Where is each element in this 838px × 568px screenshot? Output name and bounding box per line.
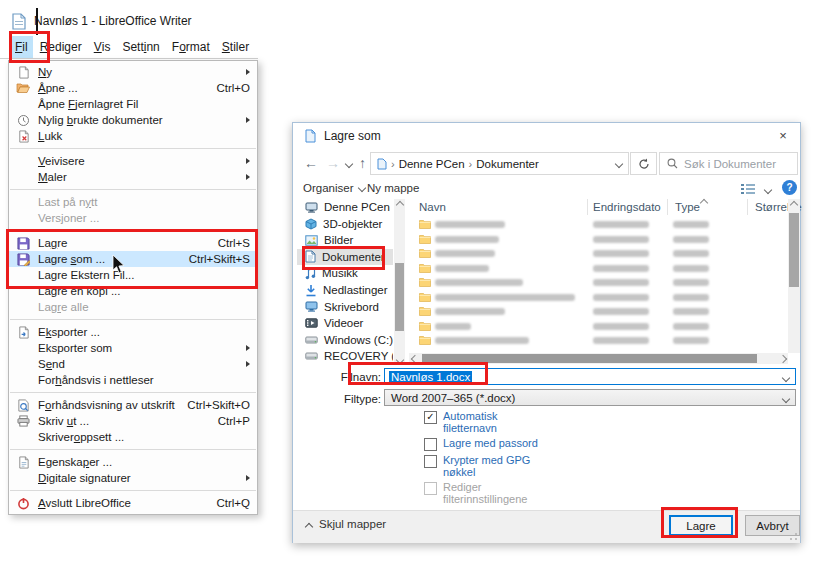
file-row[interactable]: [409, 291, 780, 304]
menu-item-pne[interactable]: Åpne ...Ctrl+O: [9, 80, 257, 96]
menubar-item-fil[interactable]: Fil: [10, 36, 33, 58]
sidebar-item-dokumenter[interactable]: Dokumenter: [297, 249, 393, 265]
file-row[interactable]: [409, 262, 780, 275]
close-icon[interactable]: ×: [774, 126, 792, 144]
menu-item-ny[interactable]: Ny: [9, 64, 257, 80]
new-folder-button[interactable]: Ny mappe: [367, 182, 419, 194]
menu-item-label: Skriveroppsett ...: [38, 431, 124, 443]
writer-doc-icon: [12, 13, 26, 30]
menu-item-lagre-ekstern-fil[interactable]: Lagre Ekstern Fil...: [9, 267, 257, 283]
resize-grip[interactable]: [789, 532, 798, 541]
menu-item-egenskaper[interactable]: Egenskaper ...: [9, 454, 257, 470]
column-header-navn[interactable]: Navn: [419, 201, 446, 213]
checkbox-icon[interactable]: [424, 455, 437, 468]
menu-item-forh-ndsvis-i-nettleser[interactable]: Forhåndsvis i nettleser: [9, 372, 257, 388]
hide-folders-button[interactable]: Skjul mapper: [319, 518, 386, 530]
filename-dropdown-chevron-icon[interactable]: [782, 374, 790, 382]
filetype-select[interactable]: Word 2007–365 (*.docx): [384, 389, 796, 406]
sidebar-item-musikk[interactable]: Musikk: [297, 265, 393, 281]
hide-folders-chevron-icon[interactable]: [305, 523, 313, 531]
sidebar-item-windows-c[interactable]: Windows (C:): [297, 332, 393, 348]
file-row[interactable]: [409, 233, 780, 246]
sidebar-item-recovery-d[interactable]: RECOVERY (D:): [297, 348, 393, 364]
menu-item-send[interactable]: Send: [9, 356, 257, 372]
menu-item-lukk[interactable]: Lukk: [9, 128, 257, 144]
file-row[interactable]: [409, 305, 780, 318]
file-row[interactable]: [409, 334, 780, 347]
breadcrumb-part-dokumenter[interactable]: Dokumenter: [476, 158, 539, 170]
menu-item-maler[interactable]: Maler: [9, 169, 257, 185]
file-row[interactable]: [409, 218, 780, 231]
sort-ascending-icon: [700, 199, 708, 207]
menu-item-veivisere[interactable]: Veivisere: [9, 153, 257, 169]
save-button[interactable]: Lagre: [669, 515, 733, 536]
menu-item-eksporter[interactable]: Eksporter ...: [9, 324, 257, 340]
menu-item-skriveroppsett[interactable]: Skriveroppsett ...: [9, 429, 257, 445]
menu-item-versjoner[interactable]: Versjoner ...: [9, 210, 257, 226]
checkbox-icon[interactable]: [424, 482, 437, 495]
list-hscrollbar[interactable]: [409, 353, 788, 364]
address-dropdown-chevron-icon[interactable]: [615, 159, 623, 167]
menu-item-nylig-brukte-dokumenter[interactable]: Nylig brukte dokumenter: [9, 112, 257, 128]
tree-scrollbar[interactable]: [394, 199, 405, 365]
address-bar[interactable]: ›Denne PCen›Dokumenter: [370, 152, 629, 175]
menu-item-skriv-ut[interactable]: Skriv ut ...Ctrl+P: [9, 413, 257, 429]
filename-value: Navnløs 1.docx: [389, 371, 472, 383]
breadcrumb-part-denne-pcen[interactable]: Denne PCen: [399, 158, 465, 170]
organize-button[interactable]: Organiser: [303, 182, 365, 194]
sidebar-item-videoer[interactable]: Videoer: [297, 315, 393, 331]
menu-item-digitale-signaturer[interactable]: Digitale signaturer: [9, 470, 257, 486]
submenu-arrow-icon: [246, 361, 250, 367]
open-folder-icon: [13, 81, 33, 95]
list-vscrollbar[interactable]: [788, 199, 800, 353]
option-label: Krypter med GPG nøkkel: [443, 455, 543, 478]
option-krypter-med-gpg-n-kkel[interactable]: Krypter med GPG nøkkel: [424, 455, 554, 478]
dialog-titlebar: Lagre som ×: [293, 123, 800, 149]
search-box[interactable]: Søk i Dokumenter: [659, 152, 798, 175]
menu-item-shortcut: Ctrl+S: [210, 237, 250, 249]
menu-item-lagre-en-kopi[interactable]: Lagre en kopi ...: [9, 283, 257, 299]
menubar-item-stiler[interactable]: Stiler: [217, 36, 254, 58]
menu-item-eksporter-som[interactable]: Eksporter som: [9, 340, 257, 356]
sidebar-item-bilder[interactable]: Bilder: [297, 232, 393, 248]
menu-item-avslutt-libreoffice[interactable]: Avslutt LibreOfficeCtrl+Q: [9, 495, 257, 511]
back-icon[interactable]: ←: [304, 155, 318, 171]
file-row[interactable]: [409, 247, 780, 260]
file-list: [409, 218, 780, 354]
sidebar-item-3d-objekter[interactable]: 3D-objekter: [297, 216, 393, 232]
filetype-dropdown-chevron-icon[interactable]: [782, 395, 790, 403]
menubar-item-rediger[interactable]: Rediger: [35, 36, 87, 58]
checkbox-icon[interactable]: [424, 438, 437, 451]
column-header-type[interactable]: Type: [675, 201, 700, 213]
view-mode-chevron-icon[interactable]: [764, 186, 772, 194]
menu-item-lagre[interactable]: LagreCtrl+S: [9, 235, 257, 251]
menu-item-pne-fjernlagret-fil[interactable]: Åpne Fjernlagret Fil: [9, 96, 257, 112]
menu-item-lagre-alle[interactable]: Lagre alle: [9, 299, 257, 315]
sidebar-item-skrivebord[interactable]: Skrivebord: [297, 299, 393, 315]
help-icon[interactable]: ?: [782, 180, 797, 195]
menubar-item-sett-inn[interactable]: Sett inn: [117, 36, 164, 58]
checkbox-checked-icon[interactable]: ✓: [424, 411, 437, 424]
menu-item-forh-ndsvisning-av-utskrift[interactable]: Forhåndsvisning av utskriftCtrl+Skift+O: [9, 397, 257, 413]
option-lagre-med-passord[interactable]: Lagre med passord: [424, 438, 554, 451]
option-automatisk-filetternavn[interactable]: ✓Automatisk filetternavn: [424, 411, 554, 434]
file-row[interactable]: [409, 276, 780, 289]
menubar-item-vis[interactable]: Vis: [89, 36, 116, 58]
up-icon[interactable]: ↑: [359, 155, 366, 171]
filename-input[interactable]: Navnløs 1.docx: [384, 368, 796, 385]
menubar-item-format[interactable]: Format: [167, 36, 215, 58]
blurred-date: [593, 308, 649, 315]
view-mode-icon[interactable]: [741, 183, 755, 195]
file-row[interactable]: [409, 320, 780, 333]
sidebar-item-nedlastinger[interactable]: Nedlastinger: [297, 282, 393, 298]
sidebar-item-denne-pcen[interactable]: Denne PCen: [297, 199, 393, 215]
menu-item-lagre-som[interactable]: Lagre som ...Ctrl+Skift+S: [9, 251, 257, 267]
column-header-endringsdato[interactable]: Endringsdato: [593, 201, 661, 213]
recent-locations-chevron-icon[interactable]: [345, 160, 353, 168]
refresh-button[interactable]: [630, 152, 657, 175]
blurred-type: [673, 236, 709, 243]
menu-item-last-p-nytt[interactable]: Last på nytt: [9, 194, 257, 210]
forward-icon[interactable]: →: [326, 155, 340, 171]
file-list-header: NavnEndringsdatoTypeStørrelse: [409, 199, 788, 216]
save-options: ✓Automatisk filetternavnLagre med passor…: [424, 411, 554, 509]
